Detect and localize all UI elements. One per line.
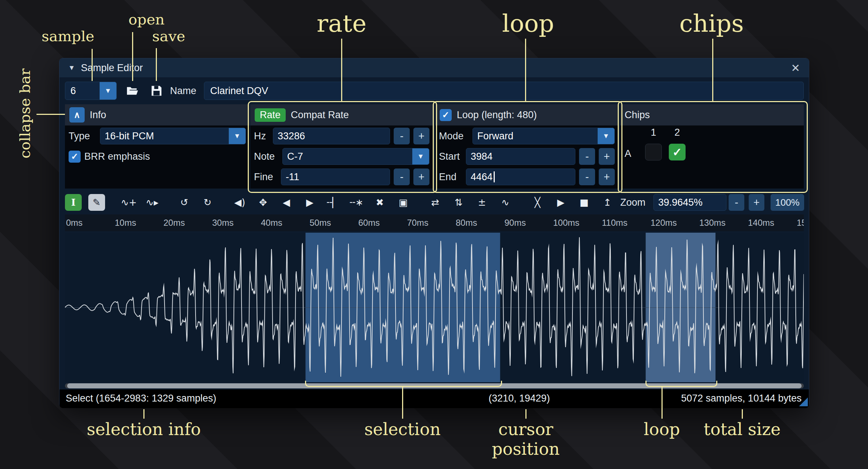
sample-name-input[interactable]: Clarinet DQV bbox=[204, 82, 804, 100]
resample-button[interactable]: ∿▸ bbox=[144, 194, 161, 211]
chip-a1-checkbox[interactable] bbox=[645, 144, 662, 160]
type-dropdown-arrow-icon[interactable]: ▼ bbox=[229, 128, 246, 144]
resample-icon: ∿▸ bbox=[146, 197, 159, 208]
ruler-tick: 80ms bbox=[456, 218, 477, 228]
delete-button[interactable]: ✖ bbox=[371, 194, 388, 211]
mode-label: Mode bbox=[439, 131, 469, 142]
annotation-cursor-position: cursor position bbox=[464, 419, 588, 459]
fine-plus-button[interactable]: + bbox=[413, 168, 429, 185]
amplify-icon: ◀) bbox=[234, 197, 245, 208]
preview-button[interactable]: ▶ bbox=[552, 194, 569, 211]
brr-emphasis-checkbox[interactable]: ✓ bbox=[69, 151, 81, 163]
annotation-rate: rate bbox=[317, 9, 366, 38]
insert-silence-button[interactable]: ╌▏ bbox=[325, 194, 342, 211]
loop-mode-dropdown[interactable]: Forward ▼ bbox=[472, 128, 615, 144]
ruler-tick: 150ms bbox=[797, 218, 804, 228]
hz-minus-button[interactable]: - bbox=[394, 128, 410, 144]
save-floppy-icon bbox=[150, 84, 163, 98]
zoom-plus-button[interactable]: + bbox=[749, 194, 764, 211]
select-tool-button[interactable]: I bbox=[65, 194, 82, 211]
loop-end-value: 4464 bbox=[471, 171, 493, 183]
fine-minus-button[interactable]: - bbox=[394, 168, 410, 185]
resize-button[interactable]: ∿+ bbox=[120, 194, 137, 211]
sample-number-dropdown[interactable]: 6 ▼ bbox=[65, 82, 117, 100]
ruler-tick: 60ms bbox=[358, 218, 380, 228]
fade-in-button[interactable]: ◀ bbox=[278, 194, 295, 211]
window-resize-grip[interactable] bbox=[799, 398, 808, 406]
insert-silence-icon: ╌▏ bbox=[327, 197, 340, 208]
sample-dropdown-arrow-icon[interactable]: ▼ bbox=[100, 82, 116, 100]
loop-start-minus-button[interactable]: - bbox=[579, 148, 595, 165]
loop-start-input[interactable]: 3984 bbox=[466, 148, 575, 165]
ruler-tick: 120ms bbox=[651, 218, 677, 228]
annotation-line bbox=[341, 39, 342, 101]
chip-a2-checkbox[interactable]: ✓ bbox=[669, 144, 686, 160]
normalize-icon: ✥ bbox=[259, 197, 267, 208]
amplify-button[interactable]: ◀) bbox=[231, 194, 248, 211]
save-sample-button[interactable] bbox=[148, 82, 165, 100]
crossfade-icon: ╳ bbox=[535, 197, 540, 208]
loop-end-minus-button[interactable]: - bbox=[579, 168, 595, 185]
loop-start-plus-button[interactable]: + bbox=[599, 148, 615, 165]
loop-panel-title: Loop (length: 480) bbox=[457, 109, 537, 121]
note-dropdown-arrow-icon[interactable]: ▼ bbox=[412, 148, 429, 164]
rate-panel: Rate Compat Rate Hz 33286 - + Note C-7 ▼… bbox=[250, 104, 433, 189]
status-selection-info: Select (1654-2983: 1329 samples) bbox=[66, 389, 216, 408]
loop-enable-checkbox[interactable]: ✓ bbox=[440, 109, 452, 121]
export-button[interactable]: ↥ bbox=[599, 194, 616, 211]
fine-input[interactable]: -11 bbox=[281, 168, 390, 185]
ruler-tick: 40ms bbox=[261, 218, 282, 228]
mode-dropdown-arrow-icon[interactable]: ▼ bbox=[598, 128, 614, 144]
signed-unsigned-button[interactable]: ± bbox=[474, 194, 490, 211]
loop-end-plus-button[interactable]: + bbox=[599, 168, 615, 185]
fade-out-button[interactable]: ▶ bbox=[301, 194, 318, 211]
draw-tool-button[interactable]: ✎ bbox=[88, 194, 105, 211]
open-sample-button[interactable] bbox=[123, 82, 142, 100]
annotation-open: open bbox=[128, 11, 165, 28]
preview-icon: ▶ bbox=[557, 197, 564, 208]
loop-panel: ✓ Loop (length: 480) Mode Forward ▼ Star… bbox=[435, 104, 618, 189]
chip-row-a-label: A bbox=[625, 145, 631, 162]
crossfade-button[interactable]: ╳ bbox=[529, 194, 546, 211]
invert-button[interactable]: ⇅ bbox=[450, 194, 467, 211]
draw-tool-icon: ✎ bbox=[93, 197, 101, 208]
resize-icon: ∿+ bbox=[121, 197, 137, 208]
redo-button[interactable]: ↻ bbox=[199, 194, 216, 211]
reverse-icon: ⇄ bbox=[431, 197, 439, 208]
apply-silence-icon: ╌∗ bbox=[350, 197, 363, 208]
stop-button[interactable]: ■ bbox=[576, 194, 593, 211]
zoom-input[interactable]: 39.9645% bbox=[653, 194, 726, 211]
collapse-bar-button[interactable]: ∧ bbox=[69, 107, 85, 123]
hz-plus-button[interactable]: + bbox=[413, 128, 429, 144]
filter-button[interactable]: ∿ bbox=[497, 194, 514, 211]
ruler-tick: 90ms bbox=[505, 218, 526, 228]
zoom-reset-button[interactable]: 100% bbox=[771, 194, 804, 211]
rate-badge[interactable]: Rate bbox=[255, 108, 286, 122]
loop-panel-header: ✓ Loop (length: 480) bbox=[435, 104, 618, 125]
info-panel: ∧ Info Type 16-bit PCM ▼ ✓ BRR emphasis bbox=[65, 104, 250, 189]
waveform-canvas[interactable] bbox=[65, 233, 804, 382]
trim-button[interactable]: ▣ bbox=[395, 194, 412, 211]
apply-silence-button[interactable]: ╌∗ bbox=[348, 194, 365, 211]
window-titlebar[interactable]: ▼ Sample Editor ✕ bbox=[59, 58, 809, 77]
annotation-line bbox=[132, 32, 133, 81]
checkmark-icon: ✓ bbox=[71, 151, 78, 162]
loop-end-input[interactable]: 4464 bbox=[466, 168, 575, 185]
status-bar: Select (1654-2983: 1329 samples) (3210, … bbox=[59, 389, 809, 408]
reverse-button[interactable]: ⇄ bbox=[427, 194, 444, 211]
normalize-button[interactable]: ✥ bbox=[255, 194, 271, 211]
ruler-tick: 100ms bbox=[553, 218, 579, 228]
undo-button[interactable]: ↺ bbox=[176, 194, 193, 211]
chevron-up-icon: ∧ bbox=[74, 110, 80, 120]
chips-panel: Chips 1 2 A ✓ bbox=[620, 104, 804, 189]
filter-icon: ∿ bbox=[501, 197, 509, 208]
status-cursor-position: (3210, 19429) bbox=[489, 389, 550, 408]
info-panel-title: Info bbox=[90, 109, 106, 121]
zoom-minus-button[interactable]: - bbox=[729, 194, 744, 211]
window-collapse-icon[interactable]: ▼ bbox=[68, 64, 75, 72]
sample-type-dropdown[interactable]: 16-bit PCM ▼ bbox=[100, 128, 246, 144]
hz-input[interactable]: 33286 bbox=[273, 128, 390, 144]
close-button[interactable]: ✕ bbox=[791, 62, 800, 74]
delete-icon: ✖ bbox=[376, 197, 384, 208]
note-dropdown[interactable]: C-7 ▼ bbox=[282, 148, 429, 165]
